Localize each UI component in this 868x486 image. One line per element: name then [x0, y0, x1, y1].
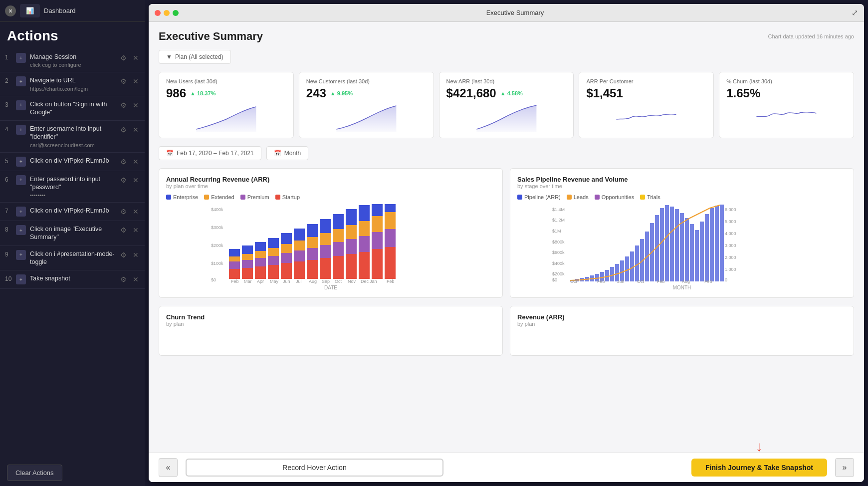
charts-row: Annual Recurring Revenue (ARR) by plan o…: [159, 168, 854, 298]
expand-icon[interactable]: ⤢: [852, 8, 858, 17]
svg-rect-97: [665, 205, 669, 281]
action-icon: +: [16, 125, 26, 135]
gear-icon[interactable]: ⚙: [119, 225, 128, 235]
maximize-traffic-light[interactable]: [173, 10, 179, 16]
kpi-chart: [306, 104, 427, 132]
delete-icon[interactable]: ✕: [132, 274, 140, 284]
svg-text:$200k: $200k: [211, 243, 223, 248]
svg-rect-17: [268, 265, 279, 279]
legend-label: Pipeline (ARR): [524, 194, 561, 200]
date-row: 📅 Feb 17, 2020 – Feb 17, 2021 📅 Month: [159, 146, 854, 160]
finish-journey-button[interactable]: Finish Journey & Take Snapshot: [691, 459, 827, 477]
legend-label: Leads: [574, 194, 589, 200]
action-item-1[interactable]: 1 + Manage Session click cog to configur…: [0, 49, 145, 72]
delete-icon[interactable]: ✕: [132, 125, 140, 135]
action-item-5[interactable]: 5 + Click on div VfPpkd-RLmnJb ⚙ ✕: [0, 153, 145, 171]
legend-label: Enterprise: [173, 194, 198, 200]
gear-icon[interactable]: ⚙: [119, 207, 128, 217]
gear-icon[interactable]: ⚙: [119, 100, 128, 110]
action-item-8[interactable]: 8 + Click on image "Executive Summary" ⚙…: [0, 221, 145, 246]
action-sub: https://chartio.com/login: [30, 86, 115, 92]
legend-item: Startup: [275, 194, 300, 200]
svg-text:$1.4M: $1.4M: [552, 207, 565, 212]
gear-icon[interactable]: ⚙: [119, 175, 128, 185]
clear-actions-button[interactable]: Clear Actions: [7, 465, 62, 481]
action-item-10[interactable]: 10 + Take snapshot ⚙ ✕: [0, 270, 145, 289]
pipeline-chart-svg: $1.4M $1.2M $1M $800k $600k $400k $200k …: [517, 204, 847, 284]
action-item-3[interactable]: 3 + Click on button "Sign in with Google…: [0, 96, 145, 121]
gear-icon[interactable]: ⚙: [119, 157, 128, 167]
svg-rect-28: [294, 229, 305, 241]
svg-text:Aug: Aug: [682, 279, 690, 284]
kpi-badge: ▲ 4.58%: [500, 90, 523, 96]
action-icon: +: [16, 157, 26, 167]
svg-rect-40: [333, 214, 344, 229]
arr-chart-title: Annual Recurring Revenue (ARR): [166, 176, 495, 183]
gear-icon[interactable]: ⚙: [119, 274, 128, 284]
action-text: Enter password into input "password" •••…: [30, 175, 115, 199]
legend-label: Trials: [647, 194, 660, 200]
action-item-4[interactable]: 4 + Enter username into input "identifie…: [0, 121, 145, 153]
svg-rect-21: [281, 263, 292, 279]
svg-rect-99: [675, 209, 679, 281]
plan-filter[interactable]: ▼ Plan (All selected): [159, 50, 231, 64]
pipeline-legend: Pipeline (ARR)LeadsOpportunitiesTrials: [517, 194, 847, 200]
legend-dot: [275, 195, 280, 200]
granularity-filter[interactable]: 📅 Month: [266, 146, 308, 160]
svg-rect-47: [359, 221, 370, 236]
next-button[interactable]: »: [835, 458, 854, 477]
delete-icon[interactable]: ✕: [132, 76, 140, 86]
minimize-traffic-light[interactable]: [164, 10, 170, 16]
legend-label: Premium: [247, 194, 269, 200]
arr-chart-sub: by plan over time: [166, 183, 495, 189]
finish-button-container: ↓ Finish Journey & Take Snapshot: [691, 459, 827, 477]
svg-rect-31: [307, 237, 318, 248]
action-item-2[interactable]: 2 + Navigate to URL https://chartio.com/…: [0, 72, 145, 96]
delete-icon[interactable]: ✕: [132, 175, 140, 185]
bottom-charts-row: Churn Trend by plan Revenue (ARR) by pla…: [159, 306, 854, 356]
close-button[interactable]: ×: [5, 5, 16, 16]
svg-rect-6: [229, 261, 240, 269]
svg-rect-85: [605, 270, 609, 281]
action-title: Navigate to URL: [30, 76, 115, 84]
delete-icon[interactable]: ✕: [132, 53, 140, 63]
traffic-lights: [155, 10, 179, 16]
dashboard-header: Executive Summary Chart data updated 16 …: [159, 30, 854, 43]
revenue-chart-card: Revenue (ARR) by plan: [510, 306, 854, 356]
prev-button[interactable]: «: [159, 458, 178, 477]
legend-dot: [567, 195, 572, 200]
top-bar: × 📊 Dashboard: [0, 0, 145, 22]
action-item-7[interactable]: 7 + Click on div VfPpkd-RLmnJb ⚙ ✕: [0, 203, 145, 221]
kpi-card-4: % Churn (last 30d) 1.65%: [719, 72, 854, 138]
action-title: Click on button "Sign in with Google": [30, 100, 115, 117]
svg-rect-88: [620, 260, 624, 281]
kpi-row: New Users (last 30d) 986 ▲ 18.37% New Cu…: [159, 72, 854, 138]
delete-icon[interactable]: ✕: [132, 157, 140, 167]
action-item-9[interactable]: 9 + Click on i #presentation-mode-toggle…: [0, 246, 145, 271]
tab-button[interactable]: 📊: [20, 4, 40, 17]
svg-rect-43: [346, 225, 357, 239]
delete-icon[interactable]: ✕: [132, 100, 140, 110]
action-item-6[interactable]: 6 + Enter password into input "password"…: [0, 171, 145, 203]
action-icon: +: [16, 100, 26, 110]
action-num: 6: [5, 176, 12, 183]
delete-icon[interactable]: ✕: [132, 225, 140, 235]
gear-icon[interactable]: ⚙: [119, 250, 128, 260]
gear-icon[interactable]: ⚙: [119, 125, 128, 135]
svg-rect-32: [307, 224, 318, 237]
svg-text:$400k: $400k: [211, 207, 223, 212]
action-num: 3: [5, 101, 12, 108]
legend-item: Enterprise: [166, 194, 198, 200]
close-traffic-light[interactable]: [155, 10, 161, 16]
svg-rect-103: [695, 230, 699, 281]
legend-item: Pipeline (ARR): [517, 194, 561, 200]
gear-icon[interactable]: ⚙: [119, 53, 128, 63]
action-num: 2: [5, 77, 12, 84]
delete-icon[interactable]: ✕: [132, 250, 140, 260]
action-sub: click cog to configure: [30, 62, 115, 68]
gear-icon[interactable]: ⚙: [119, 76, 128, 86]
browser-title-label: Executive Summary: [183, 9, 848, 16]
record-hover-button[interactable]: Record Hover Action: [186, 459, 443, 477]
delete-icon[interactable]: ✕: [132, 207, 140, 217]
date-range-filter[interactable]: 📅 Feb 17, 2020 – Feb 17, 2021: [159, 146, 261, 160]
